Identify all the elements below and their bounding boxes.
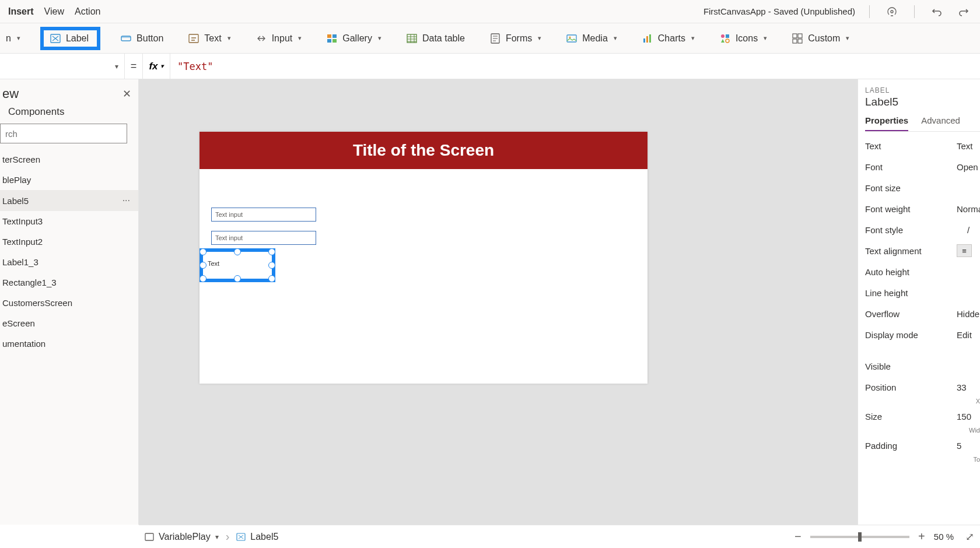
resize-handle[interactable] [268,248,275,255]
selected-label-text: Text [208,260,219,267]
prop-padding-sub: To [865,456,980,464]
canvas-textinput-2[interactable]: Text input [211,231,316,245]
svg-rect-3 [121,36,131,38]
canvas-textinput-1[interactable]: Text input [211,208,316,222]
prop-line-height[interactable]: Line height [865,282,980,303]
insert-gallery-button[interactable]: Gallery▾ [321,29,386,48]
insert-forms-button[interactable]: Forms▾ [485,29,546,48]
prop-text[interactable]: TextText [865,135,980,156]
align-left-icon[interactable]: ≡ [957,244,972,257]
resize-handle[interactable] [234,248,241,255]
menu-insert[interactable]: Insert [8,6,34,17]
resize-handle[interactable] [200,248,206,255]
menu-view[interactable]: View [44,6,64,17]
svg-point-16 [721,34,724,38]
selected-label-control[interactable]: Text [200,248,275,282]
tree-search-input[interactable] [0,124,127,143]
property-selector[interactable]: ▾ [0,54,125,79]
fit-to-window-icon[interactable]: ⤢ [965,531,974,543]
app-status: FirstCanvasApp - Saved (Unpublished) [704,6,855,16]
text-icon [188,33,200,44]
insert-text-button[interactable]: Text▾ [183,29,235,48]
prop-font[interactable]: FontOpen S [865,156,980,177]
prop-font-size[interactable]: Font size [865,177,980,198]
svg-rect-20 [798,34,802,38]
canvas-area[interactable]: Title of the Screen Text input Text inpu… [139,79,858,525]
control-name: Label5 [865,96,980,108]
menu-action[interactable]: Action [75,6,100,17]
insert-label-button[interactable]: Label [40,27,100,50]
prop-display-mode[interactable]: Display modeEdit [865,324,980,345]
svg-rect-13 [643,38,645,43]
zoom-out-button[interactable]: − [793,530,803,543]
insert-charts-button[interactable]: Charts▾ [637,29,699,48]
prop-visible[interactable]: Visible [865,356,980,377]
tree-item[interactable]: CustomersScreen [0,293,138,313]
menu-bar: Insert View Action FirstCanvasApp - Save… [0,0,980,23]
zoom-thumb[interactable] [858,532,862,542]
resize-handle[interactable] [268,275,275,282]
breadcrumb-chevron-icon: › [226,530,230,543]
resize-handle[interactable] [234,275,241,282]
forms-icon [489,33,501,44]
resize-handle[interactable] [200,275,206,282]
status-bar: VariablePlay ▾ › Label5 − + 50 % ⤢ [139,525,980,548]
prop-padding[interactable]: Padding5 [865,435,980,456]
prop-auto-height[interactable]: Auto height [865,261,980,282]
insert-button-button[interactable]: Button [116,29,168,48]
chevron-down-icon: ▾ [215,533,219,541]
tree-item[interactable]: blePlay [0,170,138,190]
redo-icon[interactable] [956,3,972,20]
datatable-icon [406,33,418,44]
insert-media-button[interactable]: Media▾ [561,29,622,48]
prop-size[interactable]: Size150 [865,406,980,427]
prop-overflow[interactable]: OverflowHidden [865,303,980,324]
tree-item[interactable]: Rectangle1_3 [0,272,138,293]
prop-position-sub: X [865,398,980,406]
insert-icons-button[interactable]: Icons▾ [715,29,772,48]
tree-item[interactable]: eScreen [0,313,138,333]
zoom-slider[interactable] [810,536,909,538]
tree-title-fragment: ew [2,86,19,101]
formula-input[interactable] [170,54,980,79]
breadcrumb-screen[interactable]: VariablePlay ▾ [145,532,219,542]
tree-item[interactable]: terScreen [0,149,138,170]
prop-font-style[interactable]: Font style/ [865,219,980,240]
tree-tab-components[interactable]: Components [0,105,138,124]
resize-handle[interactable] [268,262,275,269]
breadcrumb-control[interactable]: Label5 [236,532,278,542]
tree-list: terScreen blePlay Label5··· TextInput3 T… [0,149,138,525]
zoom-in-button[interactable]: + [916,530,927,543]
health-icon[interactable] [884,3,900,20]
tree-item[interactable]: TextInput3 [0,211,138,231]
screen-title-bar[interactable]: Title of the Screen [200,132,648,169]
svg-rect-6 [332,34,337,38]
insert-input-button[interactable]: Input▾ [251,29,307,48]
app-screen[interactable]: Title of the Screen Text input Text inpu… [200,132,648,384]
new-screen-fragment[interactable]: n▾ [6,30,25,47]
svg-point-18 [726,39,729,43]
resize-handle[interactable] [200,262,206,269]
svg-rect-15 [649,34,651,43]
properties-panel: LABEL Label5 Properties Advanced TextTex… [858,79,980,525]
svg-rect-5 [327,34,331,38]
prop-position[interactable]: Position33 [865,377,980,398]
close-icon[interactable]: ✕ [123,87,131,100]
undo-icon[interactable] [929,3,945,20]
tree-item[interactable]: umentation [0,333,138,354]
tab-properties[interactable]: Properties [865,115,908,131]
tree-item[interactable]: Label1_3 [0,252,138,272]
fx-button[interactable]: fx▾ [142,54,170,79]
tree-item-selected[interactable]: Label5··· [0,190,138,211]
equals-sign: = [125,60,142,72]
insert-datatable-button[interactable]: Data table [401,29,470,48]
prop-font-weight[interactable]: Font weightNorma [865,198,980,219]
tab-advanced[interactable]: Advanced [921,115,960,131]
insert-ribbon: n▾ Label Button Text▾ Input▾ Gallery▾ [0,23,980,54]
more-icon[interactable]: ··· [123,195,135,206]
insert-custom-button[interactable]: Custom▾ [787,29,854,48]
tree-item[interactable]: TextInput2 [0,231,138,252]
prop-text-align[interactable]: Text alignment≡ [865,240,980,261]
button-icon [120,33,132,44]
input-icon [256,33,267,44]
